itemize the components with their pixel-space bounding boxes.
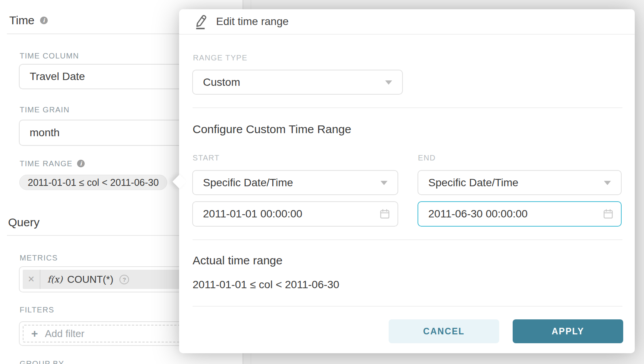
filters-container: + Add filter	[19, 321, 204, 346]
end-label: END	[418, 154, 436, 162]
time-section-title: Time	[9, 13, 35, 28]
modal-divider	[193, 306, 622, 307]
chevron-down-icon	[604, 181, 611, 185]
end-type-select[interactable]: Specific Date/Time	[418, 170, 622, 195]
chevron-down-icon	[385, 80, 392, 85]
start-datetime-input[interactable]	[192, 201, 398, 227]
range-type-value: Custom	[203, 76, 240, 88]
end-datetime-input[interactable]	[418, 201, 622, 227]
calendar-icon[interactable]	[379, 208, 391, 220]
range-type-select[interactable]: Custom	[192, 70, 403, 95]
time-column-label: TIME COLUMN	[20, 52, 79, 60]
fx-icon: f(x)	[47, 274, 62, 284]
popover-header: Edit time range	[179, 9, 635, 35]
time-section-heading: Time i	[9, 13, 48, 28]
query-section-heading: Query	[8, 215, 40, 230]
start-datetime-field	[192, 201, 398, 227]
time-range-pill[interactable]: 2011-01-01 ≤ col < 2011-06-30	[19, 175, 167, 190]
time-grain-select[interactable]: month	[19, 120, 204, 146]
configure-heading: Configure Custom Time Range	[193, 123, 351, 136]
query-section-title: Query	[8, 215, 40, 230]
modal-divider	[193, 239, 622, 240]
metric-name: COUNT(*)	[67, 274, 113, 286]
cancel-button[interactable]: CANCEL	[389, 319, 499, 343]
plus-icon: +	[31, 328, 38, 339]
time-range-value: 2011-01-01 ≤ col < 2011-06-30	[28, 177, 159, 188]
time-column-select[interactable]: Travel Date	[19, 64, 204, 89]
time-range-label: TIME RANGE i	[20, 159, 85, 168]
time-column-value: Travel Date	[30, 70, 85, 83]
add-filter-label: Add filter	[45, 328, 85, 340]
calendar-icon[interactable]	[602, 208, 614, 220]
info-icon: i	[40, 17, 48, 24]
filters-label: FILTERS	[20, 306, 54, 314]
actual-time-range-heading: Actual time range	[193, 254, 282, 267]
start-label: START	[193, 154, 220, 162]
info-icon: i	[77, 160, 85, 167]
end-datetime-field	[418, 201, 622, 227]
metrics-container: ✕ f(x) COUNT(*) ?	[19, 266, 204, 292]
edit-time-range-popover: Edit time range RANGE TYPE Custom Config…	[179, 9, 635, 353]
range-type-label: RANGE TYPE	[193, 53, 248, 62]
apply-button[interactable]: APPLY	[513, 319, 623, 343]
popover-title: Edit time range	[216, 15, 288, 28]
group-by-label: GROUP BY	[20, 359, 64, 364]
chevron-down-icon	[381, 181, 387, 185]
start-type-value: Specific Date/Time	[203, 177, 293, 189]
time-grain-label: TIME GRAIN	[20, 105, 70, 114]
modal-divider	[193, 107, 622, 108]
actual-time-range-value: 2011-01-01 ≤ col < 2011-06-30	[193, 279, 339, 291]
metrics-label: METRICS	[20, 254, 58, 262]
help-icon: ?	[119, 275, 129, 284]
time-grain-value: month	[30, 127, 60, 139]
end-type-value: Specific Date/Time	[428, 177, 518, 189]
start-type-select[interactable]: Specific Date/Time	[192, 170, 398, 195]
pencil-icon	[194, 13, 207, 30]
close-icon[interactable]: ✕	[23, 270, 40, 289]
